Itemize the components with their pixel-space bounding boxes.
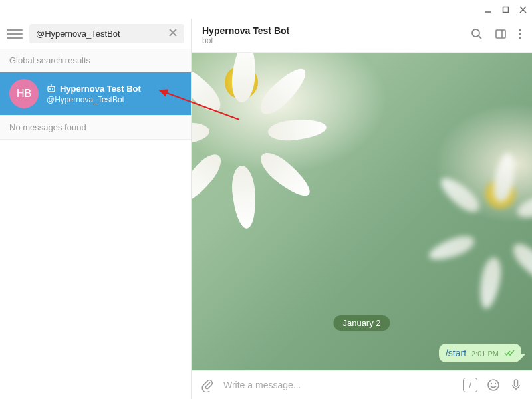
svg-rect-1 [503,7,508,12]
result-name-text: Hypernova Test Bot [60,84,141,94]
more-icon[interactable] [519,28,521,43]
chat-body[interactable]: January 2 /start 2:01 PM [192,53,532,370]
message-time: 2:01 PM [471,350,499,358]
svg-point-17 [488,380,499,390]
bot-icon [47,84,56,92]
avatar: HB [9,79,39,108]
window-minimize-button[interactable] [484,5,492,13]
search-field-wrap[interactable] [29,24,184,43]
commands-icon[interactable]: / [463,378,477,392]
clear-search-icon[interactable] [168,28,178,39]
window-maximize-button[interactable] [501,5,509,13]
svg-rect-12 [496,30,505,38]
sidepanel-icon[interactable] [495,28,507,43]
chat-subtitle: bot [202,36,471,45]
menu-button[interactable] [7,26,23,42]
svg-rect-6 [48,86,55,92]
svg-point-14 [519,29,521,31]
svg-point-9 [52,88,53,90]
svg-point-18 [491,383,492,384]
date-badge: January 2 [333,315,390,331]
emoji-icon[interactable] [487,378,500,392]
window-close-button[interactable] [519,5,527,13]
svg-point-8 [49,88,51,90]
read-checks-icon [504,349,515,358]
svg-point-10 [472,29,479,37]
message-composer: / [192,370,532,399]
voice-icon[interactable] [509,378,523,392]
chat-title: Hypernova Test Bot [202,25,471,36]
search-icon[interactable] [471,28,483,43]
svg-point-16 [519,37,521,39]
outgoing-message[interactable]: /start 2:01 PM [439,344,521,362]
message-text: /start [446,348,466,358]
svg-rect-20 [515,380,518,386]
global-search-label: Global search results [0,49,191,72]
search-result-item[interactable]: HB Hypernova Test Bot @Hypernova_TestBot [0,72,191,115]
attach-icon[interactable] [201,378,214,392]
chat-panel: Hypernova Test Bot bot [192,19,532,399]
message-input[interactable] [223,380,454,390]
sidebar: Global search results HB Hypernova Test … [0,19,192,399]
window-titlebar [0,0,532,19]
svg-point-15 [519,33,521,35]
svg-line-11 [479,36,481,39]
search-input[interactable] [36,29,168,39]
no-messages-label: No messages found [0,115,191,140]
result-handle-text: @Hypernova_TestBot [47,95,141,104]
chat-header: Hypernova Test Bot bot [192,19,532,53]
svg-point-19 [495,383,496,384]
